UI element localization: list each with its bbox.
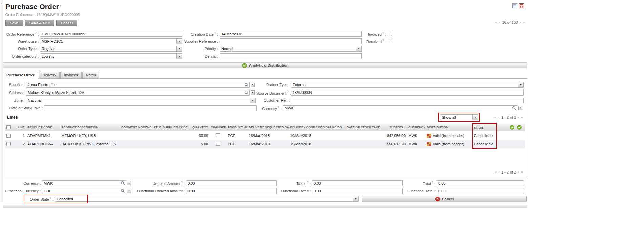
- supplier-input[interactable]: Joma Electronics: [26, 82, 250, 88]
- source-document-input[interactable]: 18/IR00034: [291, 90, 524, 96]
- col-subtotal[interactable]: SUBTOTAL: [380, 124, 407, 131]
- currency-input[interactable]: MWK: [283, 105, 517, 111]
- col-stock-take[interactable]: DATE OF STOCK TAKE: [345, 124, 380, 131]
- customer-ref-input[interactable]: [291, 98, 524, 103]
- total-input[interactable]: 0.00: [437, 180, 524, 186]
- col-product-description[interactable]: PRODUCT DESCRIPTION: [60, 124, 120, 131]
- changed-checkbox[interactable]: [216, 142, 220, 146]
- form-view-icon[interactable]: [519, 3, 524, 8]
- func-taxes-input[interactable]: 0.00: [312, 188, 403, 194]
- col-supplier-code[interactable]: SUPPLIER CODE: [161, 124, 188, 131]
- help-icon[interactable]: ?: [287, 90, 289, 94]
- save-button[interactable]: Save: [5, 20, 23, 26]
- tab-invoices[interactable]: Invoices: [60, 72, 81, 78]
- next-page-icon[interactable]: ›: [518, 170, 519, 174]
- taxes-input[interactable]: 0.00: [312, 180, 403, 186]
- help-icon[interactable]: ?: [181, 181, 183, 184]
- help-icon[interactable]: ?: [432, 181, 433, 184]
- func-untaxed-input[interactable]: 0.00: [186, 188, 277, 194]
- last-page-icon[interactable]: »: [521, 115, 523, 119]
- analytical-distribution-bar[interactable]: Analytical Distribution: [3, 62, 527, 68]
- list-view-icon[interactable]: [512, 3, 517, 8]
- chevron-down-icon[interactable]: ▼: [356, 46, 361, 51]
- workflow-cancel-button[interactable]: ✕ Cancel: [362, 196, 527, 202]
- line-row-1[interactable]: 1 ADAPMEMK1-- MEMORY KEY, USB 30.00 PCE …: [5, 131, 525, 140]
- func-currency-input[interactable]: CHF: [42, 188, 126, 194]
- tab-delivery[interactable]: Delivery: [39, 72, 60, 78]
- tab-notes[interactable]: Notes: [82, 72, 100, 78]
- distribution-icon[interactable]: [427, 134, 431, 138]
- help-icon[interactable]: ?: [35, 31, 37, 35]
- confirm-all-icon[interactable]: [510, 125, 514, 130]
- chevron-down-icon[interactable]: ▼: [176, 46, 182, 51]
- chevron-down-icon[interactable]: ▼: [472, 115, 478, 120]
- untaxed-input[interactable]: 0.00: [186, 180, 277, 186]
- zone-select[interactable]: National▼: [26, 98, 256, 103]
- select-all-checkbox[interactable]: [6, 125, 11, 129]
- next-record-icon[interactable]: ›: [519, 20, 521, 24]
- order-type-select[interactable]: Regular▼: [40, 46, 182, 52]
- invoiced-checkbox[interactable]: [388, 32, 392, 36]
- chevron-down-icon[interactable]: ▼: [251, 83, 255, 87]
- chevron-down-icon[interactable]: ▼: [176, 39, 182, 44]
- chevron-down-icon[interactable]: ▼: [176, 54, 182, 59]
- address-input[interactable]: Malawi Blantyre Maize Street, 126: [26, 90, 250, 96]
- col-delivery-requested[interactable]: DELIVERY REQUESTED DATE: [247, 124, 289, 131]
- chevron-down-icon[interactable]: ▼: [518, 106, 522, 110]
- title-help-icon[interactable]: ?: [60, 5, 61, 8]
- col-nomenclature[interactable]: NOMENCLATURE: [137, 124, 161, 131]
- first-page-icon[interactable]: «: [494, 115, 497, 119]
- help-icon[interactable]: ?: [382, 31, 384, 35]
- col-currency[interactable]: CURRENCY: [407, 124, 425, 131]
- warehouse-select[interactable]: MSF HQ1C1▼: [40, 38, 182, 44]
- first-record-icon[interactable]: «: [495, 20, 498, 24]
- creation-date-input[interactable]: 14/Mar/2018: [220, 31, 362, 37]
- details-input[interactable]: [220, 53, 362, 59]
- col-comment[interactable]: COMMENT: [120, 124, 137, 131]
- col-quantity[interactable]: QUANTITY: [188, 124, 209, 131]
- search-icon[interactable]: [244, 83, 249, 87]
- first-page-icon[interactable]: «: [494, 170, 497, 174]
- col-kc-dg[interactable]: KC/DG: [331, 124, 345, 131]
- order-category-select[interactable]: Logistic▼: [40, 53, 182, 59]
- order-reference-input[interactable]: 18/HQ/MW101/PO000095: [40, 31, 182, 37]
- last-page-icon[interactable]: »: [521, 170, 523, 174]
- chevron-down-icon[interactable]: ▼: [251, 90, 255, 95]
- col-line[interactable]: LINE: [15, 124, 26, 131]
- search-icon[interactable]: [512, 106, 516, 110]
- col-distribution[interactable]: DISTRIBUTION: [425, 124, 472, 131]
- next-page-icon[interactable]: ›: [518, 115, 519, 119]
- row-checkbox[interactable]: [6, 134, 11, 138]
- search-icon[interactable]: [121, 189, 125, 193]
- col-state[interactable]: STATE: [472, 124, 497, 131]
- order-state-select[interactable]: Cancelled▼: [55, 196, 359, 202]
- supplier-reference-input[interactable]: [220, 38, 362, 44]
- chevron-down-icon[interactable]: ▼: [353, 196, 358, 201]
- row-checkbox[interactable]: [6, 142, 11, 146]
- help-icon[interactable]: ?: [278, 106, 279, 109]
- search-icon[interactable]: [244, 90, 249, 95]
- chevron-down-icon[interactable]: ▼: [127, 189, 131, 193]
- changed-checkbox[interactable]: [216, 133, 220, 137]
- last-record-icon[interactable]: »: [522, 20, 525, 24]
- previous-record-icon[interactable]: ‹: [499, 20, 500, 24]
- tab-purchase-order[interactable]: Purchase Order: [3, 72, 38, 79]
- priority-select[interactable]: Normal▼: [220, 46, 362, 52]
- previous-page-icon[interactable]: ‹: [498, 115, 500, 119]
- totals-currency-input[interactable]: MWK: [42, 180, 126, 186]
- validate-all-icon[interactable]: [517, 125, 522, 130]
- col-changed[interactable]: CHANGED: [209, 124, 226, 131]
- received-checkbox[interactable]: [388, 39, 392, 43]
- col-delivery-confirmed[interactable]: DELIVERY CONFIRMED DATE: [289, 124, 331, 131]
- help-icon[interactable]: ?: [214, 31, 216, 35]
- chevron-down-icon[interactable]: ▼: [250, 98, 255, 103]
- stock-take-date-input[interactable]: [44, 105, 257, 111]
- col-product-code[interactable]: PRODUCT CODE: [26, 124, 60, 131]
- previous-page-icon[interactable]: ‹: [498, 170, 500, 174]
- help-icon[interactable]: ?: [382, 39, 384, 42]
- help-icon[interactable]: ?: [307, 181, 309, 184]
- search-icon[interactable]: [121, 181, 125, 185]
- save-edit-button[interactable]: Save & Edit: [25, 20, 55, 26]
- help-icon[interactable]: ?: [50, 196, 51, 200]
- partner-type-select[interactable]: External▼: [291, 82, 524, 88]
